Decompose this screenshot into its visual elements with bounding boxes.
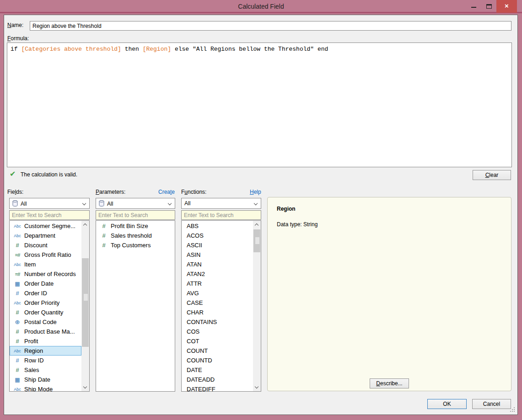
function-item[interactable]: COUNTD xyxy=(182,356,253,365)
chevron-down-icon xyxy=(254,202,258,205)
create-parameter-link[interactable]: Create xyxy=(158,189,175,195)
field-item[interactable]: #Sales xyxy=(10,365,81,375)
hash-blue-icon: # xyxy=(11,357,23,364)
field-item[interactable]: #Product Base Ma... xyxy=(10,327,81,336)
hash-green-icon: # xyxy=(11,367,23,373)
function-item[interactable]: AVG xyxy=(182,288,253,298)
parameter-item[interactable]: #Top Customers xyxy=(96,240,175,250)
field-item[interactable]: ▦Ship Date xyxy=(10,375,81,384)
function-item[interactable]: ATAN2 xyxy=(182,269,253,279)
describe-button[interactable]: Describe... xyxy=(370,378,409,388)
formula-segment: [Categories above threshold] xyxy=(21,46,121,53)
eqhash-icon: =# xyxy=(11,271,23,277)
field-detail-panel: Region Data type: String Describe... xyxy=(267,197,511,391)
name-input[interactable] xyxy=(30,21,511,31)
parameters-search-input[interactable] xyxy=(96,210,175,220)
field-item[interactable]: AbcDepartment xyxy=(10,231,81,240)
formula-label: Formula: xyxy=(7,35,29,42)
field-item[interactable]: AbcCustomer Segme... xyxy=(10,221,81,231)
hash-green-icon: # xyxy=(11,242,23,249)
close-icon: × xyxy=(505,2,509,10)
detail-field-name: Region xyxy=(277,206,502,212)
function-item[interactable]: DATE xyxy=(182,365,253,375)
cancel-button[interactable]: Cancel xyxy=(472,399,511,409)
function-item[interactable]: COT xyxy=(182,336,253,346)
function-item[interactable]: ASCII xyxy=(182,240,253,250)
scrollbar-thumb[interactable] xyxy=(253,229,260,252)
abc-icon: Abc xyxy=(11,262,23,267)
field-item[interactable]: #Order Quantity xyxy=(10,308,81,317)
parameter-item[interactable]: #Profit Bin Size xyxy=(96,221,175,231)
calendar-icon: ▦ xyxy=(11,377,23,383)
abc-icon: Abc xyxy=(11,301,23,305)
scroll-up-icon[interactable] xyxy=(81,221,89,229)
function-item[interactable]: COS xyxy=(182,327,253,336)
scroll-down-icon[interactable] xyxy=(253,383,261,391)
parameter-item[interactable]: #Sales threshold xyxy=(96,231,175,240)
function-item[interactable]: DATEDIFF xyxy=(182,384,253,392)
function-item[interactable]: DATEADD xyxy=(182,375,253,384)
formula-segment: [Region] xyxy=(143,46,171,53)
functions-scrollbar[interactable] xyxy=(253,221,261,391)
functions-list: ABSACOSASCIIASINATANATAN2ATTRAVGCASECHAR… xyxy=(181,220,261,392)
function-item[interactable]: ACOS xyxy=(182,231,253,240)
parameters-header: Parameters: xyxy=(96,189,125,195)
function-item[interactable]: CHAR xyxy=(182,308,253,317)
hash-green-icon: # xyxy=(98,242,110,249)
function-item[interactable]: ATAN xyxy=(182,260,253,269)
detail-data-type: Data type: String xyxy=(277,221,502,228)
datasource-icon xyxy=(99,200,104,208)
hash-green-icon: # xyxy=(11,309,23,316)
calculated-field-dialog: Name: Formula: if [Categories above thre… xyxy=(4,15,518,415)
functions-type-select[interactable]: All xyxy=(181,198,261,209)
field-item[interactable]: #Discount xyxy=(10,240,81,250)
field-item[interactable]: ▦Order Date xyxy=(10,279,81,288)
resize-grip-icon[interactable] xyxy=(510,407,511,408)
name-label: Name: xyxy=(7,22,23,28)
hash-green-icon: # xyxy=(11,338,23,345)
hash-green-icon: # xyxy=(98,223,110,229)
hash-blue-icon: # xyxy=(11,290,23,297)
field-item[interactable]: #Order ID xyxy=(10,288,81,298)
field-item[interactable]: ⊕Postal Code xyxy=(10,317,81,327)
abc-icon: Abc xyxy=(11,349,23,353)
field-item[interactable]: #Row ID xyxy=(10,356,81,365)
chevron-down-icon xyxy=(82,202,86,205)
scroll-down-icon[interactable] xyxy=(81,383,89,391)
clear-button[interactable]: Clear xyxy=(473,170,511,180)
formula-segment: else "All Regions bellow the Threshold" … xyxy=(171,46,328,53)
validation-message: The calculation is valid. xyxy=(21,171,77,178)
field-item[interactable]: AbcOrder Priority xyxy=(10,298,81,308)
fields-search-input[interactable] xyxy=(9,210,90,220)
formula-editor[interactable]: if [Categories above threshold] then [Re… xyxy=(7,43,512,167)
scroll-up-icon[interactable] xyxy=(253,221,261,229)
field-item[interactable]: #Profit xyxy=(10,336,81,346)
help-link[interactable]: Help xyxy=(250,189,261,195)
function-item[interactable]: ABS xyxy=(182,221,253,231)
ok-button[interactable]: OK xyxy=(427,399,467,409)
function-item[interactable]: CASE xyxy=(182,298,253,308)
field-item[interactable]: AbcShip Mode xyxy=(10,384,81,392)
function-item[interactable]: CONTAINS xyxy=(182,317,253,327)
functions-search-input[interactable] xyxy=(181,210,261,220)
function-item[interactable]: COUNT xyxy=(182,346,253,356)
close-button[interactable]: × xyxy=(496,0,517,13)
function-item[interactable]: ASIN xyxy=(182,250,253,260)
fields-type-select[interactable]: All xyxy=(9,198,90,209)
minimize-button[interactable] xyxy=(471,7,476,8)
maximize-button[interactable] xyxy=(486,4,492,9)
abc-icon: Abc xyxy=(11,387,23,392)
fields-list: AbcCustomer Segme...AbcDepartment#Discou… xyxy=(9,220,90,392)
function-item[interactable]: ATTR xyxy=(182,279,253,288)
eqhash-icon: =# xyxy=(11,252,23,258)
field-item[interactable]: AbcItem xyxy=(10,260,81,269)
parameters-type-select[interactable]: All xyxy=(96,198,175,209)
formula-segment: then xyxy=(121,46,143,53)
scrollbar-thumb[interactable] xyxy=(82,258,89,347)
valid-check-icon: ✔ xyxy=(10,170,16,178)
fields-scrollbar[interactable] xyxy=(81,221,89,391)
window-title: Calculated Field xyxy=(0,3,522,10)
field-item[interactable]: =#Number of Records xyxy=(10,269,81,279)
field-item[interactable]: AbcRegion xyxy=(10,346,81,356)
field-item[interactable]: =#Gross Profit Ratio xyxy=(10,250,81,260)
